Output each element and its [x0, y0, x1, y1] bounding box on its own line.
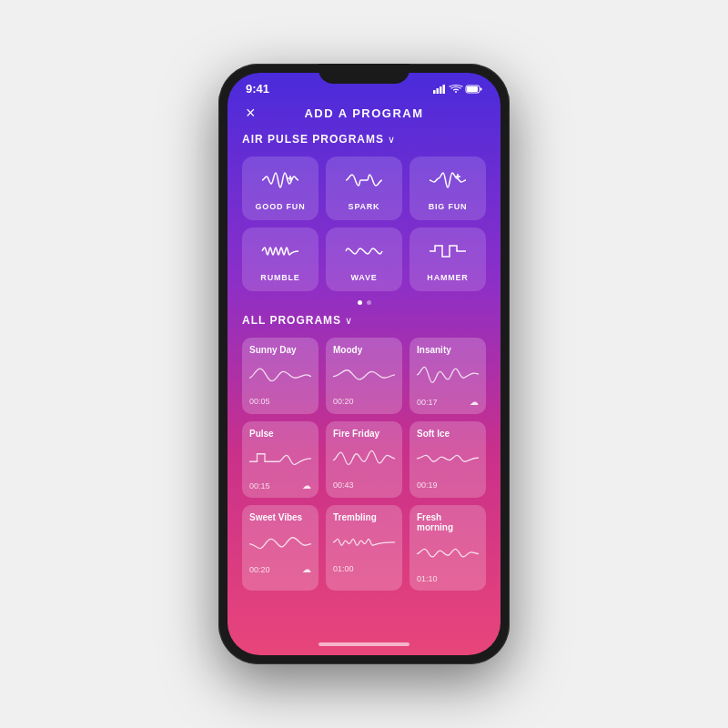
status-icons — [433, 85, 482, 94]
svg-rect-0 — [433, 90, 436, 94]
ap-name-soft-ice: Soft Ice — [417, 429, 479, 439]
all-programs-chevron[interactable]: ∨ — [345, 315, 352, 327]
air-pulse-title: AIR PULSE PROGRAMS — [242, 133, 384, 146]
ap-wave-fire-friday — [333, 442, 395, 473]
ap-card-fresh-morning[interactable]: Fresh morning 01:10 — [410, 505, 486, 591]
status-time: 9:41 — [246, 82, 269, 96]
svg-rect-5 — [467, 86, 478, 92]
ap-footer-sweet-vibes: 00:20 ☁ — [249, 564, 311, 574]
program-big-fun[interactable]: BIG FUN — [410, 157, 486, 220]
ap-wave-soft-ice — [417, 442, 479, 473]
signal-icon — [433, 85, 446, 94]
ap-name-insanity: Insanity — [417, 345, 479, 355]
program-icon-good-fun — [260, 169, 300, 195]
ap-name-pulse: Pulse — [249, 429, 311, 439]
air-pulse-chevron[interactable]: ∨ — [388, 134, 395, 146]
ap-name-trembling: Trembling — [333, 512, 395, 522]
program-hammer[interactable]: HAMMER — [410, 228, 486, 291]
air-pulse-grid: GOOD FUN SPARK — [242, 157, 486, 291]
ap-wave-trembling — [333, 526, 395, 557]
ap-card-trembling[interactable]: Trembling 01:00 — [326, 505, 402, 591]
ap-card-moody[interactable]: Moody 00:20 — [326, 338, 402, 414]
ap-time-pulse: 00:15 — [249, 481, 270, 490]
program-spark[interactable]: SPARK — [326, 157, 402, 220]
ap-footer-soft-ice: 00:19 — [417, 480, 479, 490]
ap-name-sunny-day: Sunny Day — [249, 345, 311, 355]
ap-card-sunny-day[interactable]: Sunny Day 00:05 — [242, 338, 318, 414]
ap-footer-fresh-morning: 01:10 — [417, 574, 479, 583]
program-icon-big-fun — [428, 169, 468, 195]
all-programs-title: ALL PROGRAMS — [242, 314, 341, 327]
ap-footer-insanity: 00:17 ☁ — [417, 397, 479, 407]
notch — [318, 64, 410, 84]
ap-footer-trembling: 01:00 — [333, 564, 395, 573]
ap-time-sunny-day: 00:05 — [249, 397, 270, 406]
app-header: × ADD A PROGRAM — [228, 99, 500, 129]
scroll-content[interactable]: AIR PULSE PROGRAMS ∨ GOOD FUN — [228, 129, 500, 637]
ap-name-fire-friday: Fire Friday — [333, 429, 395, 439]
wifi-icon — [450, 85, 462, 94]
ap-wave-sweet-vibes — [249, 526, 311, 557]
svg-rect-3 — [443, 85, 446, 94]
program-label-hammer: HAMMER — [427, 273, 468, 282]
svg-rect-6 — [480, 87, 482, 90]
ap-name-moody: Moody — [333, 345, 395, 355]
ap-cloud-sweet-vibes: ☁ — [302, 564, 311, 574]
program-label-rumble: RUMBLE — [260, 273, 299, 282]
battery-icon — [466, 85, 482, 94]
svg-rect-2 — [440, 86, 442, 94]
dot-2 — [367, 300, 371, 305]
ap-cloud-insanity: ☁ — [470, 397, 479, 407]
ap-wave-pulse — [249, 442, 311, 473]
home-bar — [318, 642, 410, 646]
header-title: ADD A PROGRAM — [304, 106, 423, 120]
program-label-spark: SPARK — [349, 202, 380, 211]
air-pulse-section-header: AIR PULSE PROGRAMS ∨ — [242, 133, 486, 146]
svg-rect-1 — [437, 88, 440, 94]
program-label-wave: WAVE — [350, 273, 377, 282]
program-wave[interactable]: WAVE — [326, 228, 402, 291]
ap-card-pulse[interactable]: Pulse 00:15 ☁ — [242, 421, 318, 498]
ap-wave-sunny-day — [249, 359, 311, 389]
program-good-fun[interactable]: GOOD FUN — [242, 157, 318, 220]
ap-time-moody: 00:20 — [333, 397, 354, 406]
phone-screen: 9:41 — [228, 73, 500, 655]
ap-wave-fresh-morning — [417, 536, 479, 567]
program-icon-rumble — [260, 240, 300, 266]
ap-card-soft-ice[interactable]: Soft Ice 00:19 — [410, 421, 486, 498]
ap-footer-sunny-day: 00:05 — [249, 397, 311, 406]
ap-time-trembling: 01:00 — [333, 564, 354, 573]
ap-card-fire-friday[interactable]: Fire Friday 00:43 — [326, 421, 402, 498]
all-programs-grid: Sunny Day 00:05 Moody 00:20 — [242, 338, 486, 591]
ap-card-sweet-vibes[interactable]: Sweet Vibes 00:20 ☁ — [242, 505, 318, 591]
carousel-dots — [242, 300, 486, 305]
program-icon-wave — [344, 240, 384, 266]
all-programs-section-header: ALL PROGRAMS ∨ — [242, 314, 486, 327]
ap-footer-fire-friday: 00:43 — [333, 480, 395, 490]
ap-footer-pulse: 00:15 ☁ — [249, 480, 311, 490]
home-indicator — [228, 637, 500, 655]
ap-card-insanity[interactable]: Insanity 00:17 ☁ — [410, 338, 486, 414]
dot-1 — [358, 300, 362, 305]
program-icon-spark — [344, 169, 384, 195]
program-label-good-fun: GOOD FUN — [256, 202, 306, 211]
ap-name-sweet-vibes: Sweet Vibes — [249, 512, 311, 522]
phone-frame: 9:41 — [218, 64, 510, 664]
ap-footer-moody: 00:20 — [333, 397, 395, 406]
program-rumble[interactable]: RUMBLE — [242, 228, 318, 291]
ap-wave-moody — [333, 359, 395, 389]
ap-name-fresh-morning: Fresh morning — [417, 512, 479, 532]
ap-time-soft-ice: 00:19 — [417, 480, 438, 490]
program-label-big-fun: BIG FUN — [429, 202, 468, 211]
ap-time-fire-friday: 00:43 — [333, 480, 354, 490]
ap-time-insanity: 00:17 — [417, 398, 438, 407]
program-icon-hammer — [428, 240, 468, 266]
ap-time-sweet-vibes: 00:20 — [249, 565, 270, 574]
ap-wave-insanity — [417, 359, 479, 389]
ap-time-fresh-morning: 01:10 — [417, 574, 438, 583]
ap-cloud-pulse: ☁ — [302, 480, 311, 490]
close-button[interactable]: × — [246, 104, 256, 123]
